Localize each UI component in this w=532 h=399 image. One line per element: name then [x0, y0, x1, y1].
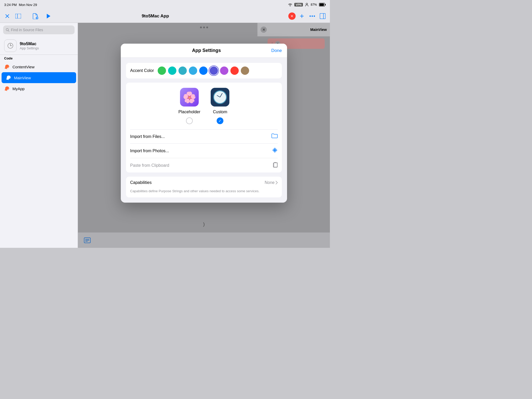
capabilities-value: None — [265, 180, 278, 185]
import-files-label: Import from Files... — [130, 134, 165, 139]
clipboard-icon — [272, 162, 278, 169]
paste-clipboard-label: Paste from Clipboard — [130, 163, 169, 168]
new-file-button[interactable] — [31, 12, 39, 20]
capabilities-value-text: None — [265, 180, 275, 185]
svg-marker-7 — [47, 14, 50, 18]
inspector-button[interactable] — [318, 12, 327, 20]
battery-icon — [319, 3, 326, 6]
modal-header: App Settings Done — [121, 44, 287, 58]
color-purple[interactable] — [210, 66, 218, 75]
date-display: Mon Nov 29 — [19, 3, 37, 7]
svg-point-8 — [310, 15, 311, 17]
app-item[interactable]: 9to5Mac App Settings — [0, 37, 78, 55]
icon-option-custom[interactable]: Custom ✓ — [211, 88, 229, 124]
color-blue[interactable] — [199, 66, 208, 75]
accent-color-row: Accent Color — [126, 63, 282, 78]
svg-point-0 — [306, 3, 308, 5]
wifi-icon — [288, 3, 292, 6]
sidebar-item-myapp-label: MyApp — [12, 87, 25, 91]
svg-point-26 — [276, 150, 277, 151]
capabilities-row[interactable]: Capabilities None — [126, 177, 282, 189]
main-layout: Find in Source Files 9to5Mac App Setting… — [0, 23, 330, 248]
vpn-badge: VPN — [294, 3, 303, 6]
app-title: 9to5Mac App — [142, 14, 169, 19]
capabilities-section: Capabilities None Capabilities define Pu… — [126, 177, 282, 197]
import-photos-item[interactable]: Import from Photos... — [126, 144, 282, 158]
sidebar-item-mainview[interactable]: MainView — [2, 72, 76, 83]
capabilities-label: Capabilities — [130, 180, 152, 185]
icon-option-placeholder[interactable]: 🌸 Placeholder — [178, 88, 201, 124]
accent-color-label: Accent Color — [130, 68, 154, 73]
color-teal[interactable] — [168, 66, 176, 75]
search-bar[interactable]: Find in Source Files — [3, 25, 75, 34]
sidebar: Find in Source Files 9to5Mac App Setting… — [0, 23, 78, 248]
svg-point-25 — [272, 150, 274, 151]
modal-done-button[interactable]: Done — [271, 48, 282, 53]
sidebar-item-contentview-label: ContentView — [12, 65, 35, 69]
import-photos-label: Import from Photos... — [130, 149, 169, 153]
error-button[interactable]: ✕ — [288, 12, 296, 20]
clock-face — [213, 90, 227, 104]
chevron-right-icon — [276, 181, 278, 184]
code-section-header: Code — [0, 55, 78, 61]
swift-icon-contentview — [4, 64, 10, 70]
clock-minute-hand — [220, 93, 223, 97]
color-red[interactable] — [230, 66, 239, 75]
color-cyan[interactable] — [178, 66, 187, 75]
placeholder-radio[interactable] — [186, 117, 193, 124]
paste-clipboard-item[interactable]: Paste from Clipboard — [126, 158, 282, 172]
svg-point-22 — [274, 149, 276, 151]
app-info: 9to5Mac App Settings — [20, 42, 39, 50]
color-lightblue[interactable] — [189, 66, 197, 75]
add-button[interactable] — [298, 12, 306, 20]
app-name: 9to5Mac — [20, 42, 39, 46]
svg-point-10 — [314, 15, 315, 17]
color-brown[interactable] — [241, 66, 249, 75]
app-subtitle: App Settings — [20, 46, 39, 50]
modal-overlay: App Settings Done Accent Color — [78, 23, 330, 248]
import-files-item[interactable]: Import from Files... — [126, 130, 282, 143]
flower-icon — [272, 147, 278, 154]
battery-percent: 87% — [311, 3, 317, 6]
sidebar-item-contentview[interactable]: ContentView — [0, 61, 78, 72]
sidebar-toggle-button[interactable] — [14, 12, 22, 20]
svg-point-9 — [312, 15, 313, 17]
svg-rect-32 — [274, 163, 277, 167]
main-toolbar: 9to5Mac App ✕ — [0, 9, 330, 23]
swift-icon-myapp — [4, 86, 10, 91]
svg-rect-3 — [320, 3, 324, 6]
modal-title: App Settings — [142, 48, 271, 53]
modal-body: Accent Color — [121, 58, 287, 203]
run-button[interactable] — [44, 12, 52, 20]
color-lavender[interactable] — [220, 66, 228, 75]
close-button[interactable] — [3, 12, 11, 20]
custom-icon — [211, 88, 229, 107]
placeholder-icon: 🌸 — [180, 88, 199, 107]
custom-label: Custom — [213, 110, 227, 114]
svg-rect-4 — [15, 14, 21, 18]
capabilities-description: Capabilities define Purpose Strings and … — [126, 189, 282, 197]
person-icon — [305, 3, 309, 6]
sidebar-item-myapp[interactable]: MyApp — [0, 83, 78, 94]
svg-rect-2 — [325, 4, 326, 5]
icon-picker-section: 🌸 Placeholder — [126, 83, 282, 172]
folder-icon — [271, 133, 278, 140]
app-settings-modal: App Settings Done Accent Color — [121, 44, 287, 203]
placeholder-label: Placeholder — [178, 110, 201, 114]
svg-rect-11 — [320, 13, 325, 19]
svg-point-23 — [274, 148, 275, 150]
color-palette — [158, 66, 249, 75]
content-area: ✕ MainView ! ✕ ) — [78, 23, 330, 248]
search-icon — [6, 28, 9, 32]
more-button[interactable] — [308, 12, 316, 20]
icon-options: 🌸 Placeholder — [126, 83, 282, 129]
app-icon — [4, 39, 17, 52]
custom-radio[interactable]: ✓ — [217, 117, 223, 124]
color-green[interactable] — [158, 66, 166, 75]
time-display: 3:24 PM — [4, 3, 17, 7]
status-bar: 3:24 PM Mon Nov 29 VPN 87% — [0, 0, 330, 9]
search-placeholder: Find in Source Files — [11, 28, 43, 32]
sidebar-item-mainview-label: MainView — [14, 76, 31, 80]
svg-line-14 — [8, 31, 9, 32]
svg-point-24 — [274, 151, 275, 153]
